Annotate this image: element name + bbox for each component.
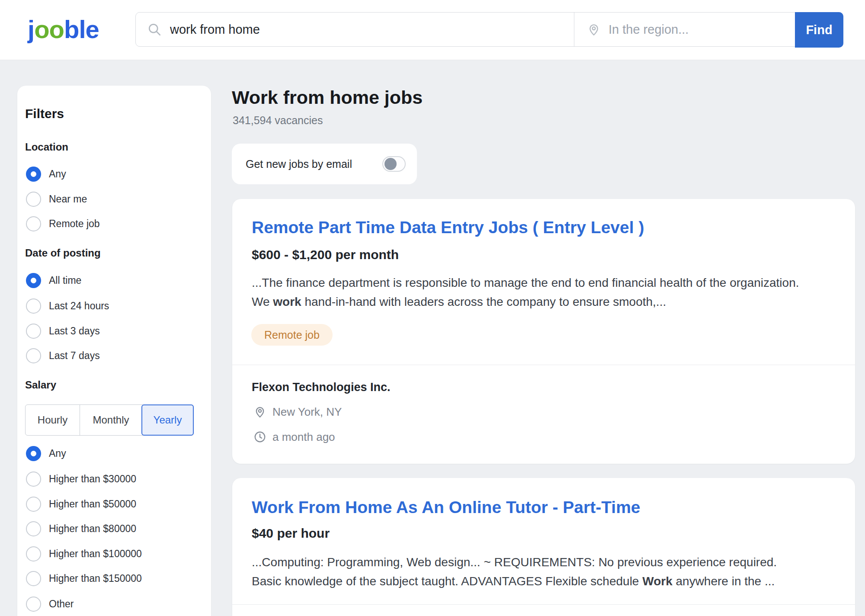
- company-name: Flexon Technologies Inc.: [252, 381, 391, 394]
- job-title-link[interactable]: Work From Home As An Online Tutor - Part…: [252, 498, 641, 517]
- radio-salary-100000[interactable]: Higher than $100000: [26, 546, 142, 561]
- logo-part: j: [28, 15, 34, 43]
- radio-icon[interactable]: [26, 324, 41, 339]
- remote-job-tag: Remote job: [251, 324, 333, 346]
- radio-salary-any[interactable]: Any: [26, 446, 66, 461]
- radio-label: Last 7 days: [49, 350, 100, 362]
- radio-location-remote-job[interactable]: Remote job: [26, 216, 100, 231]
- location-pin-icon: [253, 405, 266, 418]
- radio-label: Higher than $80000: [49, 523, 136, 535]
- radio-label: Last 3 days: [49, 325, 100, 337]
- region-field[interactable]: [574, 13, 795, 46]
- radio-label: Near me: [49, 193, 87, 205]
- radio-label: Remote job: [49, 218, 100, 230]
- radio-date-last-3-days[interactable]: Last 3 days: [26, 323, 100, 339]
- radio-icon[interactable]: [26, 546, 41, 561]
- radio-selected-icon[interactable]: [26, 273, 41, 288]
- job-description: ...The finance department is responsible…: [252, 273, 805, 311]
- email-subscription-pill: Get new jobs by email: [232, 144, 417, 184]
- radio-selected-icon[interactable]: [26, 167, 41, 182]
- job-posted-row: a month ago: [253, 429, 335, 445]
- radio-date-last-7-days[interactable]: Last 7 days: [26, 348, 100, 363]
- filters-panel: Filters Location Any Near me Remote job …: [17, 86, 211, 616]
- card-divider: [232, 604, 855, 605]
- radio-label: Higher than $100000: [49, 548, 142, 560]
- radio-icon[interactable]: [26, 497, 41, 512]
- radio-salary-80000[interactable]: Higher than $80000: [26, 521, 136, 536]
- radio-label: Higher than $150000: [49, 573, 142, 584]
- radio-icon[interactable]: [26, 571, 41, 586]
- tab-monthly[interactable]: Monthly: [80, 405, 142, 435]
- keyword-field[interactable]: [136, 13, 574, 46]
- radio-icon[interactable]: [26, 521, 41, 536]
- logo-part: oo: [34, 15, 64, 43]
- job-card: Remote Part Time Data Entry Jobs ( Entry…: [232, 199, 855, 464]
- description-text: hand-in-hand with leaders across the com…: [301, 295, 666, 308]
- job-location-row: New York, NY: [253, 404, 342, 420]
- clock-icon: [253, 430, 266, 443]
- card-divider: [232, 365, 855, 365]
- radio-icon[interactable]: [26, 348, 41, 363]
- tab-yearly[interactable]: Yearly: [141, 404, 194, 436]
- radio-icon[interactable]: [26, 192, 41, 207]
- salary-heading: Salary: [25, 379, 56, 391]
- radio-label: Any: [49, 448, 66, 459]
- logo-part: ble: [64, 15, 99, 43]
- jooble-logo[interactable]: jooble: [28, 15, 99, 44]
- job-location: New York, NY: [272, 405, 342, 419]
- job-title-link[interactable]: Remote Part Time Data Entry Jobs ( Entry…: [252, 218, 644, 237]
- radio-icon[interactable]: [26, 597, 41, 612]
- radio-date-last-24-hours[interactable]: Last 24 hours: [26, 298, 109, 314]
- radio-icon[interactable]: [26, 298, 41, 314]
- search-icon: [147, 22, 162, 37]
- filters-title: Filters: [25, 106, 64, 121]
- radio-salary-other[interactable]: Other: [26, 596, 74, 612]
- toggle-knob: [384, 158, 397, 170]
- job-posted-time: a month ago: [272, 430, 335, 444]
- email-toggle-switch[interactable]: [382, 156, 406, 172]
- radio-label: All time: [49, 275, 81, 286]
- radio-location-any[interactable]: Any: [26, 166, 66, 182]
- radio-label: Any: [49, 168, 66, 180]
- radio-location-near-me[interactable]: Near me: [26, 191, 87, 207]
- radio-selected-icon[interactable]: [26, 446, 41, 461]
- search-bar: Find: [135, 12, 843, 47]
- description-highlight: work: [273, 295, 301, 308]
- radio-salary-150000[interactable]: Higher than $150000: [26, 571, 142, 586]
- region-input[interactable]: [609, 16, 795, 42]
- salary-period-tabs: Hourly Monthly Yearly: [25, 404, 194, 436]
- location-pin-icon: [587, 22, 601, 36]
- page-title: Work from home jobs: [232, 87, 423, 108]
- job-card: Work From Home As An Online Tutor - Part…: [232, 478, 855, 616]
- radio-icon[interactable]: [26, 216, 41, 231]
- radio-icon[interactable]: [26, 472, 41, 487]
- job-description: ...Computing: Programming, Web design...…: [252, 553, 805, 591]
- radio-date-all-time[interactable]: All time: [26, 273, 81, 288]
- radio-salary-50000[interactable]: Higher than $50000: [26, 496, 136, 512]
- job-salary: $600 - $1,200 per month: [252, 247, 399, 262]
- radio-label: Last 24 hours: [49, 300, 109, 312]
- find-button[interactable]: Find: [795, 12, 843, 48]
- description-text: anywhere in the ...: [673, 574, 775, 588]
- jooble-job-search-page: jooble Find Filters Location: [0, 0, 865, 616]
- header: jooble Find: [0, 0, 865, 60]
- radio-label: Higher than $50000: [49, 498, 136, 510]
- vacancies-count: 341,594 vacancies: [233, 114, 323, 127]
- radio-label: Higher than $30000: [49, 473, 136, 485]
- radio-label: Other: [49, 598, 74, 610]
- search-input[interactable]: [170, 16, 574, 42]
- description-highlight: Work: [642, 574, 673, 588]
- date-of-posting-heading: Date of posting: [25, 247, 101, 259]
- tab-hourly[interactable]: Hourly: [26, 405, 80, 435]
- radio-salary-30000[interactable]: Higher than $30000: [26, 471, 136, 487]
- email-toggle-label: Get new jobs by email: [246, 158, 382, 170]
- location-heading: Location: [25, 141, 68, 153]
- job-salary: $40 per hour: [252, 526, 330, 541]
